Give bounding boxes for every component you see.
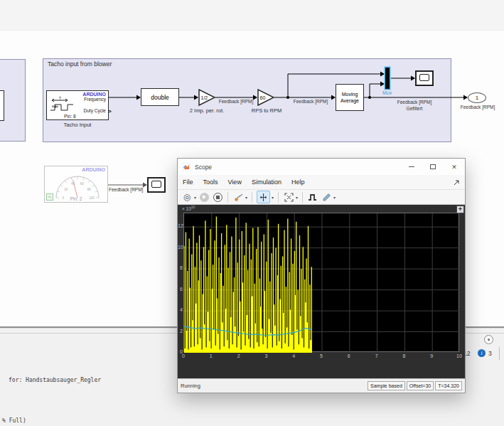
info-icon[interactable]: i	[478, 349, 486, 357]
highlight-signal-icon[interactable]	[232, 191, 244, 203]
toolbar-separator	[278, 192, 279, 203]
scope-block-2[interactable]	[147, 177, 166, 193]
collapse-pane-button[interactable]: ▾	[484, 335, 493, 344]
x-tick-label: 9	[430, 353, 433, 358]
settings-caret-icon[interactable]: ▾	[194, 195, 196, 200]
fit-to-view-icon[interactable]	[283, 191, 294, 203]
y-tick-label: 8	[178, 265, 183, 270]
menu-simulation[interactable]: Simulation	[252, 179, 282, 186]
frequency-port-label: Frequency	[84, 97, 106, 102]
maximize-button[interactable]	[422, 159, 444, 175]
y-tick-label: 0	[178, 349, 183, 354]
x-tick-label: 8	[402, 353, 405, 358]
gauge-pin-label: Pin: 2	[45, 196, 107, 201]
multiplier-exponent: 10	[191, 205, 195, 209]
t-marker: T	[59, 97, 61, 100]
outport-block[interactable]: 1	[468, 92, 486, 103]
scope-plot-panel: × 1010 + 012345678910 024681012	[178, 205, 465, 378]
subsystem-title: Tacho input from blower	[48, 60, 112, 68]
signal-label-feedback-rpm: Feedback [RPM]	[217, 99, 255, 104]
scope-block[interactable]	[415, 70, 434, 86]
duty-cycle-port-label: Duty Cycle	[84, 108, 106, 113]
x-tick-label: 7	[375, 353, 378, 358]
signal-label-gefiltert: Gefiltert	[395, 106, 434, 111]
x-tick-label: 3	[264, 353, 267, 358]
h-marker: H	[52, 105, 55, 109]
highlight-caret-icon[interactable]: ▾	[245, 195, 247, 200]
x-tick-label: 2	[237, 353, 240, 358]
percent-badge-icon: %	[46, 193, 53, 201]
minimize-button[interactable]	[401, 159, 422, 175]
y-tick-label: 2	[178, 329, 183, 334]
svg-text:60: 60	[80, 182, 85, 186]
fit-caret-icon[interactable]: ▾	[296, 195, 298, 200]
mux-label: Mux	[382, 90, 392, 95]
scope-window: Scope ✕ File Tools View Simulation Help …	[177, 158, 466, 393]
scope-screen-icon	[151, 181, 161, 188]
settings-icon[interactable]: ◎	[181, 191, 193, 203]
svg-text:60: 60	[260, 95, 266, 100]
unconnected-port-chevron[interactable]: >	[108, 108, 112, 115]
y-tick-label: 12	[178, 223, 183, 228]
moving-average-line2: Average	[341, 97, 359, 104]
tacho-input-block[interactable]: ARDUINO Frequency Duty Cycle T H Pin: 8	[46, 90, 109, 120]
tacho-input-label: Tacho Input	[46, 122, 109, 128]
cursor-measurements-icon[interactable]	[257, 191, 270, 203]
menu-file[interactable]: File	[183, 179, 193, 186]
double-cast-block[interactable]: double	[141, 88, 179, 106]
toolbar-separator	[302, 192, 303, 203]
info-count: 3	[488, 350, 492, 357]
pin-label: Pin: 8	[64, 114, 76, 119]
run-icon[interactable]	[198, 191, 210, 203]
moving-average-block[interactable]: Moving Average	[336, 84, 364, 111]
annotate-caret-icon[interactable]: ▾	[333, 195, 336, 200]
scope-toolbar: ◎ ▾ ▾ ▾	[178, 189, 465, 205]
gauge-block[interactable]: ARDUINO 020406080100 Pin: 2 %	[44, 166, 108, 203]
gauge-signal-label: Feedback [RPM]	[109, 187, 144, 192]
y-tick-label: 6	[178, 287, 183, 292]
menu-view[interactable]: View	[228, 179, 242, 186]
annotate-pencil-icon[interactable]	[321, 191, 332, 203]
toolbar-separator	[252, 192, 252, 203]
dock-pin-icon[interactable]	[454, 179, 460, 186]
measurements-caret-icon[interactable]: ▾	[272, 195, 274, 200]
menu-tools[interactable]: Tools	[203, 179, 218, 186]
scope-menubar: File Tools View Simulation Help	[178, 175, 465, 189]
status-sample-mode: Sample based	[368, 381, 405, 390]
gain-rps-to-rpm-block[interactable]: 60	[257, 89, 275, 107]
partial-block[interactable]	[0, 90, 4, 121]
arduino-vendor-tag: ARDUINO	[82, 92, 106, 97]
trigger-icon[interactable]	[307, 191, 318, 203]
scope-axes[interactable]	[183, 213, 459, 352]
x-tick-label: 10	[456, 353, 462, 358]
y-tick-label: 10	[178, 245, 183, 250]
status-offset: Offset=30	[407, 381, 434, 390]
gain-half-block[interactable]: 1/2	[198, 89, 216, 107]
gain-half-label: 2 Imp. per. rot.	[175, 107, 239, 114]
mux-block[interactable]	[385, 68, 390, 89]
matlab-app-icon	[183, 163, 191, 171]
x-tick-label: 6	[348, 353, 350, 358]
statusbar-separator	[499, 347, 500, 360]
scope-plot	[184, 213, 460, 353]
x-tick-label: 5	[320, 353, 323, 358]
svg-text:80: 80	[87, 188, 92, 191]
toolbar-separator	[227, 192, 228, 203]
scope-menu-items: File Tools View Simulation Help	[183, 179, 454, 186]
stop-icon[interactable]	[212, 191, 223, 203]
y-tick-label: 4	[178, 307, 183, 312]
scope-titlebar[interactable]: Scope ✕	[178, 159, 465, 175]
simulink-editor: for: Handstaubsauger_Regler % Full) Tach…	[0, 0, 504, 426]
console-text-line: for: Handstaubsauger_Regler	[9, 377, 101, 383]
x-tick-label: 1	[210, 353, 213, 358]
status-running: Running	[181, 383, 366, 389]
signal-label-filtered: Feedback [RPM]	[395, 100, 434, 105]
close-button[interactable]: ✕	[444, 159, 465, 175]
status-time: T=34.320	[435, 381, 462, 390]
menu-help[interactable]: Help	[291, 179, 305, 186]
svg-text:1/2: 1/2	[201, 95, 208, 100]
window-title: Scope	[195, 164, 401, 171]
multiplier-base: × 10	[182, 206, 191, 211]
x-tick-label: 0	[182, 353, 185, 358]
y-axis-multiplier: × 1010	[182, 205, 195, 211]
